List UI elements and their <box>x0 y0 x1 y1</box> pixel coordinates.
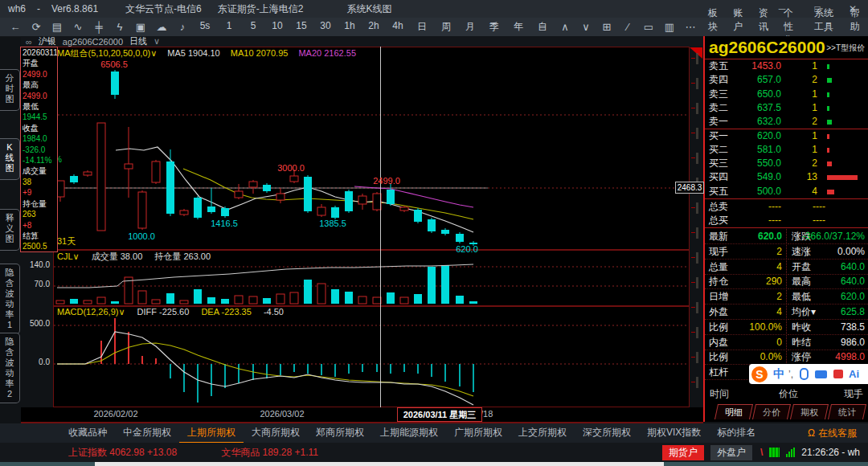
broker-line: 东证期货-上海电信2 <box>218 2 304 16</box>
keyboard-icon[interactable] <box>815 370 827 378</box>
book-row-买三[interactable]: 买三550.02 <box>705 157 868 170</box>
period-button-30[interactable]: 30 <box>313 20 338 34</box>
index2: 文华商品 189.28 +1.11 <box>221 446 318 460</box>
quote-tab-统计[interactable]: 统计 <box>828 404 866 419</box>
back-icon[interactable]: ← <box>5 21 26 33</box>
foreign-account-button[interactable]: 外盘户 <box>710 445 752 460</box>
cjl-dropdown[interactable]: CJL∨ <box>57 251 80 261</box>
info-line: 2499.0 <box>23 69 57 80</box>
punctuation-icon[interactable]: ’, <box>788 369 793 380</box>
book-row-卖一[interactable]: 卖一632.02 <box>705 115 868 129</box>
trendline-icon[interactable]: ∕ <box>617 21 638 33</box>
info-line: 持仓量 <box>23 198 57 209</box>
exchange-tab-深交所期权[interactable]: 深交所期权 <box>575 423 639 444</box>
quote-tab-期权[interactable]: 期权 <box>790 404 829 419</box>
cn-mode-icon[interactable]: 中 <box>773 367 784 382</box>
exchange-tab-上期能源期权[interactable]: 上期能源期权 <box>372 423 446 444</box>
book-row-卖三[interactable]: 卖三650.01 <box>705 88 868 101</box>
price-annotation: 3000.0 <box>277 163 305 173</box>
period-button-季[interactable]: 季 <box>482 20 506 34</box>
exchange-tab-上期所期权[interactable]: 上期所期权 <box>179 423 244 444</box>
macd-canvas <box>54 307 689 407</box>
sidebar-tab-分时图[interactable]: 分 时 图 <box>0 69 20 111</box>
kline-pane[interactable]: MA组合(5,10,20,50,0,0)∨ MA5 1904.10 MA10 2… <box>53 47 690 250</box>
overlay-icon[interactable]: ⊞ <box>596 21 617 33</box>
pen-icon[interactable]: \ <box>760 447 763 458</box>
quote-tab-分价[interactable]: 分价 <box>752 404 791 419</box>
period-button-2h[interactable]: 2h <box>362 20 386 34</box>
volume-pane[interactable]: CJL∨ 成交量 38.00 持仓量 263.00 <box>53 250 690 306</box>
period-buttons: 5s151015301h2h4h日周月季年自 <box>193 20 555 34</box>
period-button-5s[interactable]: 5s <box>193 20 217 34</box>
info-line: 263 <box>23 209 57 219</box>
exchange-tab-中金所期权[interactable]: 中金所期权 <box>115 423 179 444</box>
toolbar: ←⟳▤∿╪ϟ▣☁♪ 5s151015301h2h4h日周月季年自 ∧∨⊞∕▭▥⋯… <box>0 18 868 37</box>
macd-dropdown[interactable]: MACD(12,26,9)∨ <box>57 307 125 317</box>
info-line: +9 <box>23 187 57 198</box>
period-button-15[interactable]: 15 <box>289 20 313 34</box>
market-grid-icon[interactable] <box>769 448 780 457</box>
period-button-10[interactable]: 10 <box>265 20 289 34</box>
skin-icon[interactable] <box>833 370 843 378</box>
draw-board-icon[interactable]: ▣ <box>130 21 151 33</box>
online-service-link[interactable]: Ω 在线客服 <box>808 427 857 440</box>
period-button-月[interactable]: 月 <box>458 20 482 34</box>
bell-icon[interactable]: ♪ <box>172 21 193 33</box>
rectangle-icon[interactable]: ▭ <box>638 21 659 33</box>
sidebar-tab-隐含波动率1[interactable]: 隐 含 波 动 率 1 <box>0 264 20 334</box>
mic-icon[interactable] <box>800 368 809 380</box>
info-line: 1944.5 <box>23 112 57 122</box>
quote-list-icon[interactable]: ▤ <box>47 21 68 33</box>
multi-view-icon[interactable]: ▥ <box>659 21 680 33</box>
period-button-年[interactable]: 年 <box>506 20 530 34</box>
contract-code: ag2606C26000 <box>63 37 123 47</box>
signal-icon <box>786 448 795 457</box>
ai-icon[interactable]: Ai <box>849 368 859 380</box>
exchange-tab-上交所期权[interactable]: 上交所期权 <box>510 423 575 444</box>
period-button-周[interactable]: 周 <box>434 20 458 34</box>
period-button-1h[interactable]: 1h <box>338 20 362 34</box>
sidebar-tab-K线图[interactable]: K 线 图 <box>0 138 20 180</box>
t-quote-link[interactable]: >>T型报价 <box>826 43 865 54</box>
expand-icon[interactable]: ∨ <box>575 21 596 33</box>
candlestick-icon[interactable]: ╪ <box>88 21 109 33</box>
book-row-买四[interactable]: 买四549.013 <box>705 170 868 184</box>
book-row-卖二[interactable]: 卖二637.51 <box>705 101 868 115</box>
period-button-4h[interactable]: 4h <box>386 20 410 34</box>
ma-header: MA组合(5,10,20,50,0,0)∨ MA5 1904.10 MA10 2… <box>57 47 356 58</box>
book-row-买五[interactable]: 买五500.04 <box>705 185 868 198</box>
exchange-tab-收藏品种[interactable]: 收藏品种 <box>60 423 115 444</box>
link-icon[interactable]: ∞ <box>26 37 32 47</box>
line-chart-icon[interactable]: ∿ <box>68 21 88 33</box>
exchange-tab-标的排名[interactable]: 标的排名 <box>709 423 764 444</box>
book-row-买二[interactable]: 买二581.01 <box>705 143 868 157</box>
exchange-tab-大商所期权[interactable]: 大商所期权 <box>244 423 308 444</box>
sidebar-tab-释义图[interactable]: 释 义 图 <box>0 209 20 251</box>
period-button-1[interactable]: 1 <box>217 20 241 34</box>
more-icon[interactable]: ⋯ <box>680 21 701 33</box>
period-button-日[interactable]: 日 <box>410 20 434 34</box>
period-dropdown[interactable]: 日线∨ <box>129 35 166 47</box>
period-button-自[interactable]: 自 <box>530 20 555 34</box>
lightning-icon[interactable]: ϟ <box>109 21 130 33</box>
ime-toolbar[interactable]: S 中 ’, Ai <box>749 364 868 384</box>
book-row-卖四[interactable]: 卖四657.02 <box>705 73 868 87</box>
refresh-icon[interactable]: ⟳ <box>26 21 47 33</box>
cloud-icon[interactable]: ☁ <box>151 21 172 33</box>
exchange-tab-郑商所期权[interactable]: 郑商所期权 <box>308 423 372 444</box>
exchange-tab-期权VIX指数[interactable]: 期权VIX指数 <box>639 423 709 444</box>
stat-最高: 最高640.0 <box>788 274 868 289</box>
period-button-5[interactable]: 5 <box>241 20 265 34</box>
macd-pane[interactable]: MACD(12,26,9)∨ DIFF -225.60 DEA -223.35 … <box>53 306 690 407</box>
sidebar-tab-隐含波动率2[interactable]: 隐 含 波 动 率 2 <box>0 333 20 403</box>
futures-account-button[interactable]: 期货户 <box>662 445 704 460</box>
stat-最低: 最低620.0 <box>788 289 868 305</box>
exchange-tab-广期所期权[interactable]: 广期所期权 <box>446 423 510 444</box>
book-row-买一[interactable]: 买一620.01 <box>705 129 868 143</box>
collapse-icon[interactable]: ∧ <box>555 21 575 33</box>
book-row-卖五[interactable]: 卖五1453.01 <box>705 59 868 73</box>
sogou-logo-icon[interactable]: S <box>751 366 768 382</box>
stat-总量: 总量4 <box>705 260 785 275</box>
ma-combo-dropdown[interactable]: MA组合(5,10,20,50,0,0)∨ <box>57 48 157 58</box>
quote-tab-明细[interactable]: 明细 <box>714 404 753 419</box>
